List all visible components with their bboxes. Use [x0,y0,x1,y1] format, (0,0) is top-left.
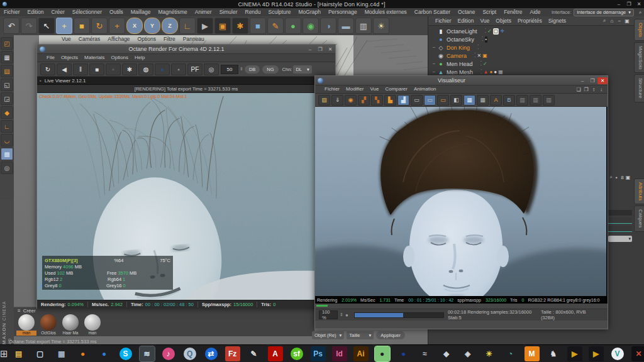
illustrator-icon[interactable]: Ai [353,346,369,361]
menu-item[interactable]: Carbon Scatter [411,8,454,16]
tag-icon[interactable]: ▪ [485,36,488,43]
polygon-mode-icon[interactable]: ◆ [1,106,13,119]
maximize-button[interactable]: ❐ [315,46,325,53]
add-floor-button[interactable]: ▬ [338,18,354,34]
notepad-icon[interactable]: ▢ [33,346,48,361]
axis-y-button[interactable]: Y [144,18,160,34]
menu-item[interactable]: Vue [367,85,382,93]
undo-icon[interactable]: ↶ [3,18,19,34]
object-label[interactable]: OctaneSky [445,36,476,43]
last-tool-icon[interactable]: + [109,18,125,34]
minimize-button[interactable]: – [614,1,624,8]
menu-item[interactable]: Help [131,54,148,62]
menu-item[interactable]: Animer [191,8,216,16]
menu-item[interactable]: Modifier [343,85,367,93]
attribute-tab[interactable]: Attributs [634,178,644,204]
menu-item[interactable]: Vue [58,35,75,43]
texture-mode-icon[interactable]: ▤ [1,65,13,77]
tree-item-don-king[interactable]: − ◇ Don King ⁚ [431,43,644,52]
daz-icon[interactable]: ♞ [546,346,561,361]
stepper-icon[interactable]: ⇕ [340,312,343,317]
octane-titlebar[interactable]: Octane Render For Cinema 4D 2.12.1 – ❐ ✕ [37,45,335,54]
tag-icon[interactable]: ● [490,69,493,75]
menu-item[interactable]: Fichier [432,16,455,25]
teamviewer-icon[interactable]: ⇄ [205,348,218,360]
object-label[interactable]: Men Mesh [445,69,475,75]
close-button[interactable]: ✕ [634,1,644,8]
zoom-level[interactable]: 100 % [319,310,338,319]
samples-field[interactable]: 50 [221,65,238,74]
firefox-icon[interactable]: ● [75,346,91,361]
apply-button[interactable]: Appliquer [376,331,405,339]
menu-item[interactable]: Aide [526,8,544,16]
film-2-icon[interactable]: ▭ [424,95,436,106]
object-dropdown[interactable]: Objet (Re)▾ [312,331,344,339]
menu-item[interactable]: Materials [81,54,108,62]
tag-icon[interactable]: ▢ [493,28,499,35]
menu-item[interactable]: Magnétisme [154,8,191,16]
menu-item[interactable]: Personnage [325,8,361,16]
acrobat-icon[interactable]: A [268,346,283,361]
menu-item[interactable]: Options [134,35,160,43]
menu-item[interactable]: Objects [58,54,81,62]
menu-item[interactable]: Fenêtre [500,8,526,16]
calculator-icon[interactable]: ▦ [54,346,69,361]
film-1-icon[interactable]: ▭ [411,95,423,106]
snapshot-icon[interactable]: ◉ [345,95,357,106]
menu-item[interactable]: Outils [106,8,127,16]
reset-icon[interactable]: ▫ [106,63,121,75]
set-b-icon[interactable]: B [503,95,515,106]
menu-item[interactable]: Sculpture [265,8,295,16]
tag-icon[interactable]: ✓ [483,61,487,67]
menu-item[interactable]: Maillage [127,8,155,16]
menu-item[interactable]: Propriétés [514,16,545,25]
ab-compare-icon[interactable]: ◧ [450,95,462,106]
select-tool-icon[interactable]: ↖ [38,18,55,34]
swap-v-icon[interactable]: ↕ [590,85,597,93]
viewer-titlebar[interactable]: Visualiseur – ❐ ✕ [315,76,608,85]
live-viewer-canvas[interactable]: Check:0.0/7.4Mem, Geo:0Ms, Update:1539Ms… [37,93,335,300]
edge-mode-icon[interactable]: ◲ [1,92,13,105]
pick-material-icon[interactable]: ◎ [204,63,219,75]
ring-app-icon[interactable]: ◔ [503,346,518,361]
clay-mode-icon[interactable]: ▪ [171,63,186,75]
menu-item[interactable]: Octane [454,8,479,16]
tree-item-camera[interactable]: ◉ Camera ⁚✕▣ [431,52,644,60]
object-label[interactable]: Camera [445,53,469,59]
panel-icon[interactable]: ▣ [623,17,631,25]
menu-item[interactable]: Edition [455,16,477,25]
tag-icon[interactable]: ✓ [487,28,492,35]
vue-icon[interactable]: V [611,348,624,360]
tag-icon[interactable]: ▦ [498,69,503,75]
close-button[interactable]: ✕ [325,46,335,53]
indesign-icon[interactable]: Id [332,346,347,361]
menu-item[interactable]: File [43,54,58,62]
set-a-icon[interactable]: A [490,95,502,106]
open-icon[interactable]: ▨ [318,95,330,106]
expander-icon[interactable]: − [431,69,437,75]
snap-icon[interactable]: ◡ [1,134,13,146]
history-icon[interactable]: 8 [619,173,625,181]
render-settings-button[interactable]: ✱ [232,18,248,34]
attribute-tab[interactable]: Calques [634,206,644,231]
quicktime-icon[interactable]: Q [184,348,196,360]
attribute-dropdown[interactable]: ▾ [608,236,632,242]
tag-icon[interactable]: ✛ [500,28,504,35]
menu-item[interactable]: Fichier [321,85,343,93]
material-man-2[interactable]: man [82,314,103,336]
cinema4d-icon[interactable]: ● [375,346,390,361]
tag-icon[interactable]: ● [494,69,497,75]
menu-item[interactable]: Edition [24,8,48,16]
search-icon[interactable]: ⌕ [636,9,644,16]
home-icon[interactable]: ⌂ [608,17,616,25]
menu-item[interactable]: Script [479,8,500,16]
itunes-icon[interactable]: ♪ [162,348,175,360]
attribute-field[interactable] [608,217,632,224]
minimize-icon[interactable]: − [616,17,623,25]
db-button[interactable]: DB [245,65,260,74]
menu-item[interactable]: Simuler [216,8,242,16]
tag-icon[interactable]: ⁚ [477,45,479,51]
pen-tool-icon[interactable]: ✎ [247,346,262,361]
search-icon[interactable]: ⌕ [601,17,608,25]
material-haar[interactable]: Haar Ma [60,314,80,336]
